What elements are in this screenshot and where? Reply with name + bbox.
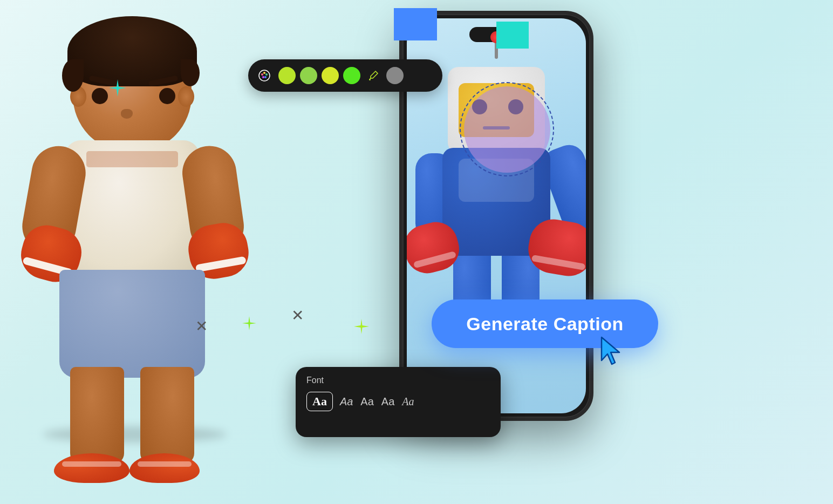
font-panel: Font Aa Aa Aa Aa Aa bbox=[296, 367, 501, 437]
color-option-green[interactable] bbox=[343, 67, 360, 84]
x-mark-1: ✕ bbox=[195, 317, 208, 335]
palette-icon[interactable] bbox=[255, 66, 274, 85]
color-option-yellow-green[interactable] bbox=[322, 67, 339, 84]
svg-point-6 bbox=[369, 79, 371, 80]
svg-point-4 bbox=[264, 76, 267, 78]
svg-point-5 bbox=[262, 76, 264, 78]
color-option-gray[interactable] bbox=[386, 67, 404, 84]
svg-point-2 bbox=[263, 72, 265, 74]
boy-eye-right bbox=[159, 88, 175, 104]
boy-glove-right-stripe bbox=[195, 256, 247, 273]
boy-torso bbox=[65, 140, 200, 281]
font-option-serif-bold[interactable]: Aa bbox=[306, 392, 333, 411]
color-option-lime2[interactable] bbox=[300, 67, 317, 84]
color-option-lime1[interactable] bbox=[278, 67, 296, 84]
x-mark-2: ✕ bbox=[291, 307, 304, 324]
font-option-italic-label: Aa bbox=[340, 396, 353, 408]
boy-ear-right bbox=[178, 86, 194, 107]
generate-caption-label: Generate Caption bbox=[466, 314, 623, 335]
svg-point-3 bbox=[265, 73, 268, 76]
background: ✕ ✕ bbox=[0, 0, 833, 504]
font-option-round[interactable]: Aa bbox=[381, 395, 395, 408]
selection-border bbox=[460, 82, 554, 176]
font-panel-label: Font bbox=[306, 376, 490, 385]
boy-shirt-detail bbox=[86, 151, 178, 167]
font-option-script[interactable]: Aa bbox=[401, 395, 414, 408]
font-option-sans-label: Aa bbox=[360, 396, 373, 408]
boy-nose bbox=[121, 109, 133, 119]
sparkle-cyan-1 bbox=[108, 78, 127, 100]
boy-leg-right bbox=[140, 367, 194, 464]
sparkle-lime-2 bbox=[353, 318, 370, 337]
boy-hair bbox=[67, 16, 197, 86]
boy-head bbox=[67, 16, 197, 156]
font-option-script-label: Aa bbox=[402, 396, 414, 408]
boy-hair-left bbox=[62, 59, 84, 92]
shoe-lace-right bbox=[138, 461, 192, 467]
boy-hair-right bbox=[181, 59, 200, 86]
boy-eye-left bbox=[92, 88, 108, 104]
font-options-list: Aa Aa Aa Aa Aa bbox=[306, 392, 490, 411]
color-toolbar bbox=[248, 59, 442, 92]
cyan-rect-decoration bbox=[496, 22, 529, 49]
robot-glove-right-stripe bbox=[531, 255, 586, 270]
cursor-arrow bbox=[599, 335, 626, 367]
boy-character bbox=[11, 16, 254, 448]
blue-square-decoration bbox=[394, 8, 437, 40]
font-option-serif-bold-label: Aa bbox=[312, 394, 327, 408]
boy-shorts bbox=[59, 270, 205, 378]
font-option-italic[interactable]: Aa bbox=[339, 395, 353, 408]
eyedropper-icon[interactable] bbox=[365, 67, 382, 84]
robot-glove-left-stripe bbox=[413, 251, 456, 268]
svg-point-1 bbox=[261, 73, 263, 76]
shoe-lace bbox=[62, 461, 121, 467]
font-option-round-label: Aa bbox=[381, 396, 394, 408]
font-option-sans[interactable]: Aa bbox=[360, 395, 374, 408]
boy-leg-left bbox=[70, 367, 124, 464]
sparkle-lime-1 bbox=[242, 316, 257, 333]
